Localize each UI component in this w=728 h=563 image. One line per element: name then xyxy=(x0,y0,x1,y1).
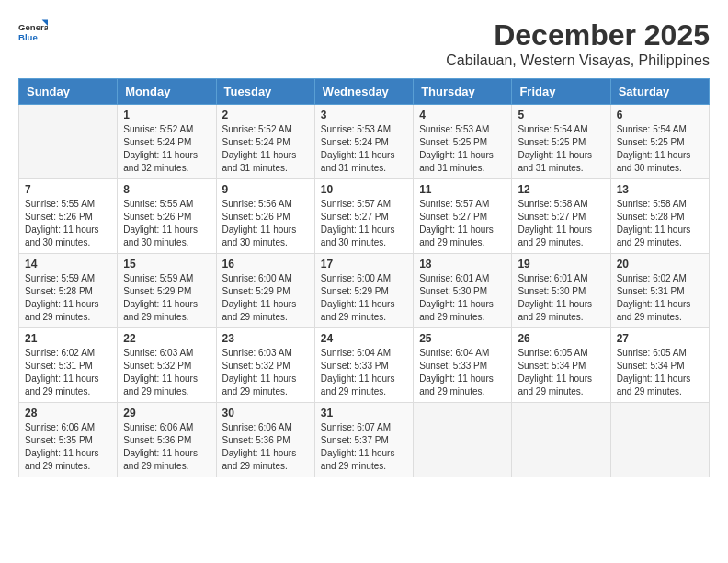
daylight-text: Daylight: 11 hours and 29 minutes. xyxy=(518,373,592,396)
sunset-text: Sunset: 5:26 PM xyxy=(123,212,191,222)
day-number: 14 xyxy=(25,258,111,270)
calendar-cell: 27 Sunrise: 6:05 AM Sunset: 5:34 PM Dayl… xyxy=(610,328,709,403)
weekday-header: Monday xyxy=(118,79,216,105)
sunrise-text: Sunrise: 5:54 AM xyxy=(617,124,687,134)
daylight-text: Daylight: 11 hours and 29 minutes. xyxy=(617,373,691,396)
sunset-text: Sunset: 5:37 PM xyxy=(321,435,389,445)
sunset-text: Sunset: 5:32 PM xyxy=(123,361,191,371)
daylight-text: Daylight: 11 hours and 29 minutes. xyxy=(617,299,691,322)
day-info: Sunrise: 5:53 AM Sunset: 5:25 PM Dayligh… xyxy=(419,123,506,175)
sunrise-text: Sunrise: 5:52 AM xyxy=(222,124,292,134)
day-number: 19 xyxy=(518,258,604,270)
daylight-text: Daylight: 11 hours and 29 minutes. xyxy=(617,224,691,247)
day-info: Sunrise: 5:55 AM Sunset: 5:26 PM Dayligh… xyxy=(123,198,210,249)
weekday-header: Friday xyxy=(512,79,610,105)
sunset-text: Sunset: 5:26 PM xyxy=(25,212,93,222)
day-number: 6 xyxy=(617,109,703,121)
day-info: Sunrise: 5:59 AM Sunset: 5:29 PM Dayligh… xyxy=(123,272,210,324)
sunrise-text: Sunrise: 6:03 AM xyxy=(222,348,292,358)
day-number: 9 xyxy=(222,183,309,196)
calendar-cell: 3 Sunrise: 5:53 AM Sunset: 5:24 PM Dayli… xyxy=(314,105,413,179)
day-info: Sunrise: 6:04 AM Sunset: 5:33 PM Dayligh… xyxy=(419,347,506,398)
daylight-text: Daylight: 11 hours and 29 minutes. xyxy=(518,224,592,247)
sunrise-text: Sunrise: 5:57 AM xyxy=(419,199,489,209)
calendar-cell: 16 Sunrise: 6:00 AM Sunset: 5:29 PM Dayl… xyxy=(216,254,314,328)
day-info: Sunrise: 6:06 AM Sunset: 5:35 PM Dayligh… xyxy=(25,421,111,473)
day-info: Sunrise: 5:52 AM Sunset: 5:24 PM Dayligh… xyxy=(222,123,309,175)
day-number: 18 xyxy=(419,258,506,270)
calendar-cell: 23 Sunrise: 6:03 AM Sunset: 5:32 PM Dayl… xyxy=(216,328,314,403)
daylight-text: Daylight: 11 hours and 29 minutes. xyxy=(321,448,395,471)
sunrise-text: Sunrise: 5:58 AM xyxy=(518,199,587,209)
day-number: 8 xyxy=(123,183,210,196)
logo: GeneralBlue xyxy=(18,18,48,48)
day-info: Sunrise: 6:03 AM Sunset: 5:32 PM Dayligh… xyxy=(222,347,309,398)
daylight-text: Daylight: 11 hours and 29 minutes. xyxy=(419,373,494,396)
calendar-cell: 21 Sunrise: 6:02 AM Sunset: 5:31 PM Dayl… xyxy=(19,328,118,403)
day-number: 11 xyxy=(419,183,506,196)
calendar-cell: 7 Sunrise: 5:55 AM Sunset: 5:26 PM Dayli… xyxy=(19,179,118,254)
sunset-text: Sunset: 5:24 PM xyxy=(123,137,191,147)
calendar-cell: 12 Sunrise: 5:58 AM Sunset: 5:27 PM Dayl… xyxy=(512,179,610,254)
logo-icon: GeneralBlue xyxy=(18,18,48,48)
calendar-header-row: SundayMondayTuesdayWednesdayThursdayFrid… xyxy=(19,79,710,105)
calendar-cell: 24 Sunrise: 6:04 AM Sunset: 5:33 PM Dayl… xyxy=(314,328,413,403)
daylight-text: Daylight: 11 hours and 29 minutes. xyxy=(25,448,99,471)
daylight-text: Daylight: 11 hours and 29 minutes. xyxy=(222,448,297,471)
daylight-text: Daylight: 11 hours and 29 minutes. xyxy=(419,299,494,322)
sunset-text: Sunset: 5:29 PM xyxy=(222,286,290,296)
sunrise-text: Sunrise: 5:57 AM xyxy=(321,199,391,209)
sunset-text: Sunset: 5:32 PM xyxy=(222,361,290,371)
sunset-text: Sunset: 5:28 PM xyxy=(25,286,93,296)
calendar-cell: 20 Sunrise: 6:02 AM Sunset: 5:31 PM Dayl… xyxy=(610,254,709,328)
day-info: Sunrise: 6:07 AM Sunset: 5:37 PM Dayligh… xyxy=(321,421,407,473)
day-info: Sunrise: 6:05 AM Sunset: 5:34 PM Dayligh… xyxy=(617,347,703,398)
day-info: Sunrise: 6:06 AM Sunset: 5:36 PM Dayligh… xyxy=(222,421,309,473)
sunrise-text: Sunrise: 6:06 AM xyxy=(222,422,292,432)
calendar-cell: 9 Sunrise: 5:56 AM Sunset: 5:26 PM Dayli… xyxy=(216,179,314,254)
daylight-text: Daylight: 11 hours and 29 minutes. xyxy=(25,299,99,322)
calendar-week-row: 21 Sunrise: 6:02 AM Sunset: 5:31 PM Dayl… xyxy=(19,328,710,403)
calendar-cell xyxy=(414,403,512,477)
daylight-text: Daylight: 11 hours and 30 minutes. xyxy=(321,224,395,247)
day-number: 26 xyxy=(518,332,604,345)
sunset-text: Sunset: 5:31 PM xyxy=(25,361,93,371)
daylight-text: Daylight: 11 hours and 29 minutes. xyxy=(123,448,198,471)
day-number: 15 xyxy=(123,258,210,270)
sunrise-text: Sunrise: 6:02 AM xyxy=(617,273,687,283)
page-header: GeneralBlue December 2025 Cabilauan, Wes… xyxy=(18,18,710,69)
sunset-text: Sunset: 5:34 PM xyxy=(518,361,586,371)
page-title: December 2025 xyxy=(446,18,710,52)
day-info: Sunrise: 5:57 AM Sunset: 5:27 PM Dayligh… xyxy=(419,198,506,249)
calendar-cell: 15 Sunrise: 5:59 AM Sunset: 5:29 PM Dayl… xyxy=(118,254,216,328)
day-number: 10 xyxy=(321,183,407,196)
daylight-text: Daylight: 11 hours and 29 minutes. xyxy=(419,224,494,247)
day-info: Sunrise: 6:04 AM Sunset: 5:33 PM Dayligh… xyxy=(321,347,407,398)
day-info: Sunrise: 6:01 AM Sunset: 5:30 PM Dayligh… xyxy=(518,272,604,324)
sunrise-text: Sunrise: 5:53 AM xyxy=(321,124,391,134)
weekday-header: Thursday xyxy=(414,79,512,105)
day-number: 17 xyxy=(321,258,407,270)
day-number: 1 xyxy=(123,109,210,121)
day-number: 20 xyxy=(617,258,703,270)
sunrise-text: Sunrise: 5:59 AM xyxy=(25,273,95,283)
sunrise-text: Sunrise: 5:55 AM xyxy=(123,199,193,209)
daylight-text: Daylight: 11 hours and 29 minutes. xyxy=(321,373,395,396)
day-number: 12 xyxy=(518,183,604,196)
day-info: Sunrise: 6:00 AM Sunset: 5:29 PM Dayligh… xyxy=(222,272,309,324)
day-number: 13 xyxy=(617,183,703,196)
daylight-text: Daylight: 11 hours and 29 minutes. xyxy=(123,299,198,322)
calendar-week-row: 1 Sunrise: 5:52 AM Sunset: 5:24 PM Dayli… xyxy=(19,105,710,179)
calendar-cell xyxy=(610,403,709,477)
sunset-text: Sunset: 5:25 PM xyxy=(419,137,487,147)
day-number: 3 xyxy=(321,109,407,121)
sunrise-text: Sunrise: 6:04 AM xyxy=(419,348,489,358)
day-number: 30 xyxy=(222,407,309,419)
sunset-text: Sunset: 5:24 PM xyxy=(222,137,290,147)
sunset-text: Sunset: 5:30 PM xyxy=(518,286,586,296)
sunrise-text: Sunrise: 5:53 AM xyxy=(419,124,489,134)
day-info: Sunrise: 5:59 AM Sunset: 5:28 PM Dayligh… xyxy=(25,272,111,324)
day-info: Sunrise: 5:54 AM Sunset: 5:25 PM Dayligh… xyxy=(617,123,703,175)
daylight-text: Daylight: 11 hours and 31 minutes. xyxy=(321,150,395,173)
title-area: December 2025 Cabilauan, Western Visayas… xyxy=(446,18,710,69)
